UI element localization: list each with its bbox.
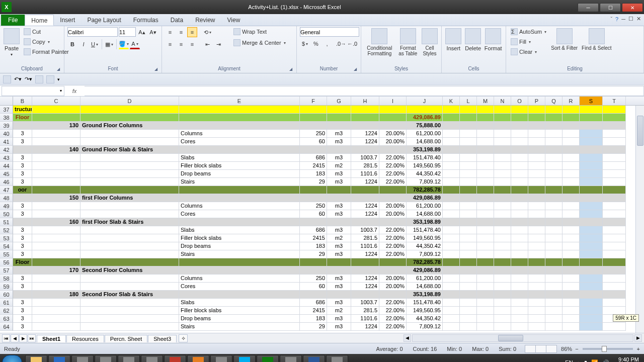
cell[interactable] [545, 114, 562, 122]
cell[interactable] [443, 178, 460, 186]
cell[interactable]: 183 [300, 170, 327, 178]
help-icon[interactable]: ? [615, 16, 618, 22]
cell[interactable] [528, 226, 545, 234]
cell[interactable] [477, 323, 494, 331]
percent-format-button[interactable]: % [311, 39, 321, 49]
cell[interactable]: Second Floor Slab & Stairs [80, 291, 179, 299]
cell[interactable] [379, 186, 407, 194]
cell[interactable]: 29 [300, 250, 327, 258]
row-header[interactable]: 58 [0, 275, 13, 283]
col-header-G[interactable]: G [327, 97, 351, 105]
cell[interactable] [528, 146, 545, 154]
cell[interactable] [80, 170, 179, 178]
cell[interactable] [580, 323, 603, 331]
cell[interactable] [32, 307, 80, 315]
redo-button[interactable]: ↷▾ [25, 76, 32, 82]
cell[interactable] [494, 130, 511, 138]
border-button[interactable]: ▦ [104, 39, 114, 49]
cell[interactable]: 29 [300, 323, 327, 331]
row-header[interactable]: 47 [0, 186, 13, 194]
cell[interactable] [477, 266, 494, 275]
taskbar-app6[interactable] [210, 355, 232, 362]
cell[interactable] [13, 194, 32, 202]
cell[interactable] [477, 315, 494, 323]
start-button[interactable] [2, 355, 22, 362]
cell[interactable]: 1224 [351, 283, 379, 291]
cell[interactable]: 22.00% [379, 315, 407, 323]
cell[interactable] [545, 266, 562, 275]
cell[interactable] [300, 194, 327, 202]
row-header[interactable]: 51 [0, 218, 13, 226]
cell[interactable]: 7,809.12 [407, 250, 443, 258]
sheet-tab[interactable]: Percn. Sheet [105, 335, 148, 342]
cell[interactable]: 20.00% [379, 283, 407, 291]
tray-clock[interactable]: 9:40 PM12-Nov-11 [613, 356, 639, 362]
cell[interactable] [477, 186, 494, 194]
cell[interactable] [460, 266, 477, 275]
cell[interactable] [477, 307, 494, 315]
zoom-out-button[interactable]: − [575, 346, 578, 352]
cell[interactable] [528, 234, 545, 242]
cell[interactable]: Filler block slabs [179, 307, 300, 315]
cell[interactable]: 782,285.78 [407, 186, 443, 194]
tray-lang[interactable]: EN [565, 359, 573, 362]
cell[interactable] [494, 210, 511, 218]
cell[interactable] [528, 154, 545, 162]
select-all-corner[interactable] [0, 97, 13, 106]
cell[interactable] [443, 146, 460, 154]
cell[interactable]: m3 [327, 275, 351, 283]
cell[interactable]: Stairs [179, 178, 300, 186]
font-color-button[interactable]: A [130, 39, 140, 49]
taskbar-app5[interactable] [164, 355, 186, 362]
cell[interactable]: 22.00% [379, 170, 407, 178]
insert-cells-button[interactable]: Insert [445, 27, 462, 52]
cell[interactable] [327, 114, 351, 122]
cell[interactable] [179, 258, 300, 266]
horizontal-scrollbar[interactable] [412, 334, 633, 342]
cell[interactable] [603, 186, 626, 194]
cell[interactable] [80, 210, 179, 218]
cell[interactable] [528, 323, 545, 331]
cell[interactable] [80, 323, 179, 331]
cell[interactable]: Drop beams [179, 170, 300, 178]
cell[interactable] [179, 146, 300, 154]
fx-label[interactable]: fx [64, 88, 85, 94]
cell[interactable] [351, 106, 379, 114]
row-header[interactable]: 59 [0, 283, 13, 291]
cell[interactable] [494, 146, 511, 154]
cell[interactable]: m3 [327, 178, 351, 186]
cell[interactable] [460, 218, 477, 226]
cell[interactable]: 149,560.95 [407, 234, 443, 242]
cell[interactable] [460, 154, 477, 162]
cell[interactable] [460, 194, 477, 202]
cell[interactable] [32, 283, 80, 291]
cell[interactable] [460, 210, 477, 218]
cell[interactable] [511, 194, 528, 202]
cell[interactable] [580, 194, 603, 202]
cell[interactable]: 3 [13, 299, 32, 307]
cell[interactable] [13, 146, 32, 154]
wrap-text-button[interactable]: Wrap Text [232, 27, 287, 36]
cell[interactable] [580, 146, 603, 154]
tab-pagelayout[interactable]: Page Layout [81, 15, 127, 26]
col-header-Q[interactable]: Q [545, 97, 562, 105]
cell[interactable] [580, 178, 603, 186]
cell[interactable]: 1224 [351, 202, 379, 210]
underline-button[interactable]: U [90, 39, 100, 49]
cell[interactable] [528, 307, 545, 315]
cell[interactable] [511, 323, 528, 331]
font-dialog-icon[interactable]: ◢ [154, 67, 157, 71]
cell[interactable] [327, 122, 351, 130]
cell[interactable] [528, 130, 545, 138]
cell[interactable]: 140 [32, 146, 80, 154]
cell[interactable] [460, 122, 477, 130]
cell[interactable]: 1224 [351, 323, 379, 331]
cell[interactable] [443, 266, 460, 275]
close-button[interactable]: ✕ [622, 3, 643, 12]
row-header[interactable]: 44 [0, 162, 13, 170]
cell[interactable] [351, 146, 379, 154]
cell[interactable] [580, 106, 603, 114]
row-header[interactable]: 62 [0, 307, 13, 315]
cell[interactable]: Columns [179, 202, 300, 210]
cell[interactable] [477, 250, 494, 258]
